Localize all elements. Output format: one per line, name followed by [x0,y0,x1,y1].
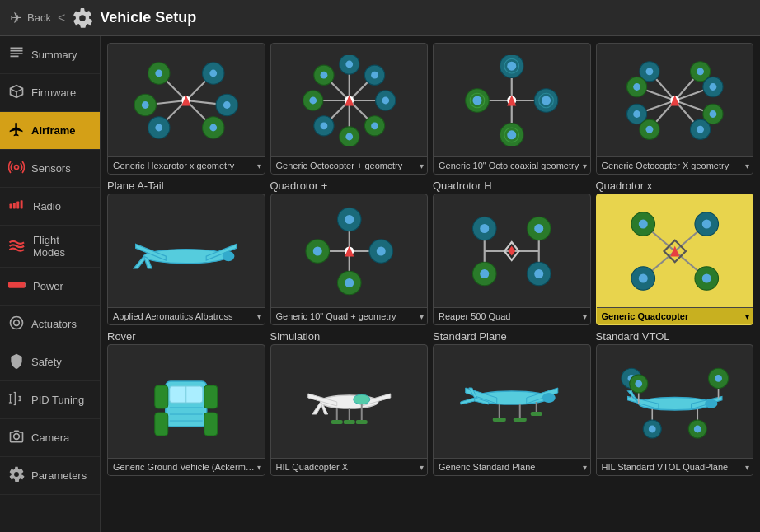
quad-plus-select-wrapper: Generic 10" Quad + geometry [271,307,428,324]
back-button[interactable]: ✈ Back [10,9,51,27]
sidebar-item-label-flightmodes: Flight Modes [33,234,91,259]
vehicle-card-quad-x[interactable]: Generic Quadcopter [596,194,754,325]
sidebar-item-safety[interactable]: Safety [0,343,100,381]
vehicle-card-octo-x[interactable]: Generic Octocopter X geometry [596,43,754,175]
octo-plus-select[interactable]: Generic Octocopter + geometry [271,157,428,174]
svg-point-199 [715,375,722,382]
svg-rect-160 [204,385,218,408]
quad-plus-select[interactable]: Generic 10" Quad + geometry [271,308,428,324]
svg-rect-4 [21,200,23,208]
vehicle-card-vtol[interactable]: HIL Standard VTOL QuadPlane [596,344,754,476]
svg-point-150 [638,273,647,282]
vehicle-card-quad-h[interactable]: Reaper 500 Quad [433,194,591,325]
header: ✈ Back < Vehicle Setup [0,0,760,36]
svg-point-104 [697,125,704,133]
sidebar-item-label-airframe: Airframe [31,124,75,137]
octo-plus-image [271,44,428,156]
sidebar-item-airframe[interactable]: Airframe [0,112,100,150]
vehicle-card-quad-plus[interactable]: Generic 10" Quad + geometry [270,194,429,325]
svg-point-74 [472,96,481,105]
category-label-quad-x: Quadrotor x [596,180,754,192]
vehicle-card-hil-quad[interactable]: HIL Quadcopter X [270,344,429,476]
svg-rect-6 [26,283,26,287]
quad-h-select-wrapper: Reaper 500 Quad [434,307,590,324]
std-plane-select[interactable]: Generic Standard Plane [434,459,590,475]
vehicle-card-octo-plus[interactable]: Generic Octocopter + geometry [270,43,429,175]
sidebar-item-power[interactable]: Power [0,268,100,306]
sidebar-item-radio[interactable]: Radio [0,188,100,226]
category-label-quad-h: Quadrotor H [433,180,591,192]
sidebar-item-pidtuning[interactable]: PID Tuning [0,381,100,419]
sidebar-item-label-summary: Summary [31,49,77,61]
albatross-select[interactable]: Applied Aeronautics Albatross [108,308,265,324]
svg-point-24 [155,69,162,77]
svg-rect-161 [155,413,168,436]
sidebar-item-flightmodes[interactable]: Flight Modes [0,226,100,268]
rover-image [108,345,265,458]
svg-rect-159 [155,385,168,408]
svg-point-134 [480,269,489,278]
svg-point-54 [320,71,327,78]
category-label-rover: Rover [107,330,265,343]
svg-point-92 [697,68,704,75]
svg-rect-2 [13,203,16,208]
svg-point-58 [320,122,327,129]
vehicle-card-std-plane[interactable]: Generic Standard Plane [433,344,591,476]
firmware-icon [8,83,25,102]
sidebar-item-actuators[interactable]: Actuators [0,306,100,343]
sidebar-item-label-safety: Safety [31,356,62,368]
hil-quad-image [271,345,428,458]
sidebar-item-label-radio: Radio [33,200,61,212]
svg-rect-5 [8,282,26,287]
quad-h-select[interactable]: Reaper 500 Quad [434,308,590,324]
main-layout: Summary Firmware Airframe Sensors [0,36,760,532]
octo-x-select-wrapper: Generic Octocopter X geometry [597,156,753,174]
params-icon [8,466,25,485]
sidebar: Summary Firmware Airframe Sensors [0,36,101,532]
svg-point-132 [534,224,543,233]
sidebar-item-firmware[interactable]: Firmware [0,74,100,112]
quad-x-image [597,194,753,307]
sidebar-item-camera[interactable]: Camera [0,419,100,457]
svg-point-130 [480,224,489,233]
sidebar-item-parameters[interactable]: Parameters [0,457,100,495]
svg-point-111 [223,251,235,261]
svg-point-90 [645,68,653,75]
category-label-simulation: Simulation [270,330,429,343]
svg-point-30 [223,101,231,109]
vtol-select-wrapper: HIL Standard VTOL QuadPlane [597,458,753,475]
svg-point-96 [709,83,716,91]
svg-rect-3 [16,202,19,209]
svg-point-60 [371,122,378,129]
svg-point-118 [345,215,354,224]
vehicle-card-rover[interactable]: Generic Ground Vehicle (Ackermann) [107,344,265,476]
sidebar-item-label-parameters: Parameters [31,469,87,482]
svg-point-71 [507,130,516,139]
hil-quad-select-wrapper: HIL Quadcopter X [271,458,428,475]
svg-point-48 [345,133,353,140]
vehicle-card-octo-coax[interactable]: Generic 10" Octo coaxial geometry [433,43,591,175]
octo-coax-select[interactable]: Generic 10" Octo coaxial geometry [434,157,590,174]
category-label-quad-plus: Quadrotor + [270,180,429,192]
vehicle-card-albatross[interactable]: Applied Aeronautics Albatross [107,194,265,325]
vtol-select[interactable]: HIL Standard VTOL QuadPlane [597,459,753,475]
svg-point-94 [633,83,640,91]
svg-point-26 [209,69,217,77]
vtol-image [597,345,753,458]
vehicle-card-hexarotor-x[interactable]: Generic Hexarotor x geometry [107,43,265,175]
svg-marker-138 [508,245,515,255]
sidebar-item-sensors[interactable]: Sensors [0,150,100,188]
sidebar-item-label-actuators: Actuators [31,318,77,330]
sidebar-item-label-sensors: Sensors [31,162,71,175]
svg-rect-190 [531,412,542,416]
hexarotor-x-select[interactable]: Generic Hexarotor x geometry [108,157,265,174]
hil-quad-select[interactable]: HIL Quadcopter X [271,459,428,475]
octo-x-select[interactable]: Generic Octocopter X geometry [597,157,753,174]
sidebar-item-label-firmware: Firmware [31,86,76,99]
sidebar-item-summary[interactable]: Summary [0,36,100,74]
svg-point-206 [648,425,655,432]
albatross-select-wrapper: Applied Aeronautics Albatross [108,307,265,324]
quad-x-select[interactable]: Generic Quadcopter [597,308,753,324]
rover-select[interactable]: Generic Ground Vehicle (Ackermann) [108,459,265,475]
svg-point-52 [382,96,389,104]
